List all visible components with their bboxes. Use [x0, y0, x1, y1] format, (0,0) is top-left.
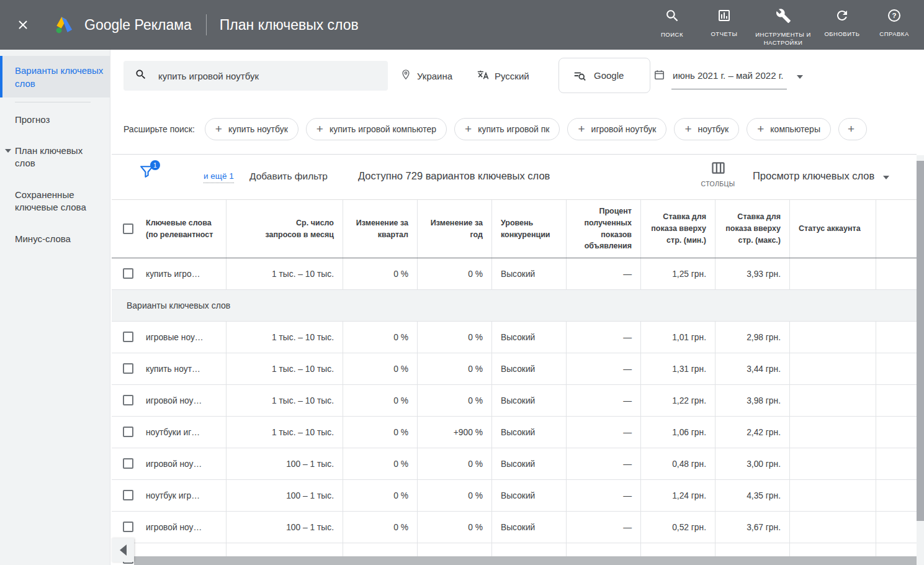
- quarter-change-cell: 0 %: [343, 480, 418, 511]
- sidebar-item-keyword-plan[interactable]: План ключевых слов: [0, 145, 105, 170]
- location-pin-icon: [400, 68, 411, 83]
- keyword-text: ноутбуки иг…: [146, 428, 200, 437]
- avg-monthly-searches-cell: 100 – 1 тыс.: [227, 448, 343, 479]
- year-change-cell: 0 %: [418, 322, 492, 353]
- header-keywords[interactable]: Ключевые слова (по релевантност: [112, 200, 227, 258]
- chip-label: ноутбук: [698, 124, 729, 134]
- add-filter-button[interactable]: Добавить фильтр: [249, 171, 328, 182]
- row-checkbox[interactable]: [123, 268, 133, 279]
- account-status-cell: [790, 480, 876, 511]
- keyword-cell: ноутбуки иг…: [112, 417, 227, 448]
- expand-keyword-chip[interactable]: + ноутбук: [674, 118, 739, 140]
- view-selector[interactable]: Просмотр ключевых слов: [753, 170, 889, 182]
- filter-count-badge: 1: [150, 160, 160, 170]
- view-selector-label: Просмотр ключевых слов: [753, 170, 874, 182]
- expand-keyword-chip[interactable]: + игровой ноутбук: [567, 118, 666, 140]
- search-button[interactable]: ПОИСК: [646, 8, 698, 38]
- language-value: Русский: [495, 71, 529, 81]
- horizontal-scrollbar[interactable]: [134, 556, 924, 565]
- bid-high-cell: 2,98 грн.: [715, 322, 790, 353]
- table-row[interactable]: купить игро… 1 тыс. – 10 тыс. 0 % 0 % Вы…: [112, 258, 917, 290]
- keyword-text: игровой ноу…: [146, 396, 202, 405]
- row-checkbox[interactable]: [123, 363, 133, 374]
- keyword-text: купить игро…: [146, 269, 200, 279]
- date-range-selector[interactable]: июнь 2021 г. – май 2022 г.: [653, 61, 803, 91]
- table-row[interactable]: игровые ноу… 1 тыс. – 10 тыс. 0 % 0 % Вы…: [112, 322, 917, 353]
- sidebar-item-negative-keywords[interactable]: Минус-слова: [0, 233, 105, 245]
- refresh-button[interactable]: ОБНОВИТЬ: [816, 8, 868, 38]
- table-row[interactable]: ноутбук игр… 100 – 1 тыс. 0 % 0 % Высоки…: [112, 480, 917, 512]
- header-label: Процент полученных показов объявления: [567, 206, 632, 252]
- bid-low-cell: 1,31 грн.: [641, 353, 715, 384]
- header-quarter-change[interactable]: Изменение за квартал: [343, 200, 418, 258]
- horizontal-scrollbar-thumb[interactable]: [134, 556, 924, 565]
- row-checkbox[interactable]: [123, 395, 133, 405]
- expand-keyword-chip[interactable]: + купить игровой пк: [454, 118, 560, 140]
- header-label: Ключевые слова (по релевантност: [146, 217, 217, 241]
- topbar-divider: [206, 14, 207, 35]
- row-checkbox[interactable]: [123, 490, 133, 500]
- row-checkbox[interactable]: [123, 458, 133, 469]
- expand-keyword-chip[interactable]: + купить ноутбук: [205, 118, 298, 140]
- row-checkbox[interactable]: [123, 427, 133, 437]
- bid-high-cell: 3,98 грн.: [715, 385, 790, 416]
- svg-text:?: ?: [892, 12, 896, 19]
- account-status-cell: [790, 353, 876, 384]
- table-row[interactable]: игровой ноу… 1 тыс. – 10 тыс. 0 % 0 % Вы…: [112, 385, 917, 417]
- header-year-change[interactable]: Изменение за год: [418, 200, 492, 258]
- header-competition[interactable]: Уровень конкуренции: [492, 200, 567, 258]
- wrench-icon: [776, 8, 791, 26]
- columns-button-label: СТОЛБЦЫ: [701, 180, 735, 188]
- expand-keyword-chip[interactable]: +: [838, 118, 867, 140]
- select-all-checkbox[interactable]: [123, 224, 133, 234]
- help-icon: ?: [887, 8, 902, 25]
- search-network-icon: [573, 69, 586, 83]
- header-ad-impression-share[interactable]: Процент полученных показов объявления: [567, 200, 641, 258]
- reports-button[interactable]: ОТЧЕТЫ: [698, 8, 750, 38]
- table-row[interactable]: купить ноут… 1 тыс. – 10 тыс. 0 % 0 % Вы…: [112, 353, 917, 385]
- row-checkbox[interactable]: [123, 332, 133, 342]
- table-row[interactable]: ноутбуки иг… 1 тыс. – 10 тыс. 0 % +900 %…: [112, 417, 917, 448]
- expand-keyword-chip[interactable]: + компьютеры: [747, 118, 831, 140]
- ad-impression-share-cell: —: [567, 385, 641, 416]
- keyword-cell: купить игро…: [112, 258, 227, 289]
- row-checkbox[interactable]: [123, 522, 133, 532]
- avg-monthly-searches-cell: 1 тыс. – 10 тыс.: [227, 258, 343, 289]
- header-top-of-page-bid-high[interactable]: Ставка для показа вверху стр. (макс.): [715, 200, 790, 258]
- language-selector[interactable]: Русский: [477, 61, 529, 91]
- account-status-cell: [790, 417, 876, 448]
- chip-label: компьютеры: [770, 124, 820, 134]
- columns-button[interactable]: СТОЛБЦЫ: [692, 162, 744, 188]
- chevron-down-icon: [797, 75, 803, 79]
- bid-low-cell: 1,24 грн.: [641, 480, 715, 511]
- keyword-cell: купить ноут…: [112, 353, 227, 384]
- help-button[interactable]: ? СПРАВКА: [868, 8, 920, 38]
- sidebar-item-forecast[interactable]: Прогноз: [0, 114, 105, 126]
- header-spacer: [876, 200, 917, 258]
- avg-monthly-searches-cell: 100 – 1 тыс.: [227, 480, 343, 511]
- vertical-scrollbar[interactable]: [917, 155, 924, 565]
- tools-settings-button[interactable]: ИНСТРУМЕНТЫ И НАСТРОЙКИ: [750, 8, 816, 47]
- spacer-cell: [876, 480, 917, 511]
- expand-keyword-chip[interactable]: + купить игровой компьютер: [306, 118, 447, 140]
- year-change-cell: 0 %: [418, 353, 492, 384]
- scroll-left-button[interactable]: [112, 538, 134, 562]
- search-button-label: ПОИСК: [661, 30, 683, 38]
- header-top-of-page-bid-low[interactable]: Ставка для показа вверху стр. (мин.): [641, 200, 715, 258]
- sidebar-item-saved-keywords[interactable]: Сохраненные ключевые слова: [0, 189, 105, 214]
- table-row[interactable]: игровой ноу… 100 – 1 тыс. 0 % 0 % Высоки…: [112, 448, 917, 480]
- plus-icon: +: [215, 122, 222, 136]
- ad-impression-share-cell: —: [567, 322, 641, 353]
- vertical-scrollbar-thumb[interactable]: [917, 161, 924, 521]
- chip-label: купить игровой пк: [478, 124, 549, 134]
- header-account-status[interactable]: Статус аккаунта: [790, 200, 876, 258]
- close-icon[interactable]: [16, 18, 30, 32]
- sidebar-item-keyword-ideas[interactable]: Варианты ключевых слов: [0, 56, 110, 97]
- location-selector[interactable]: Украина: [400, 61, 452, 91]
- network-selector[interactable]: Google: [558, 58, 650, 93]
- more-filters-link[interactable]: и ещё 1: [204, 171, 234, 183]
- keyword-search-input[interactable]: купить игровой ноутбук: [123, 61, 388, 91]
- table-section-row: Варианты ключевых слов: [112, 290, 917, 322]
- table-row[interactable]: игровой ноу… 100 – 1 тыс. 0 % 0 % Высоки…: [112, 512, 917, 543]
- header-avg-monthly-searches[interactable]: Ср. число запросов в месяц: [227, 200, 343, 258]
